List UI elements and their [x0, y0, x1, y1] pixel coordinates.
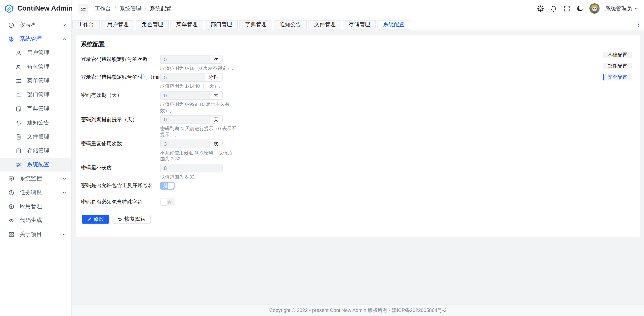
sidebar-item-user-management[interactable]: 用户管理 — [0, 46, 71, 60]
tab-more-button[interactable] — [636, 22, 641, 28]
copyright-text: Copyright © 2022 - present ContiNew Admi… — [269, 307, 447, 314]
anchor-security-config[interactable]: 安全配置 — [603, 74, 632, 80]
sidebar-item-system-management[interactable]: 系统管理 — [0, 32, 71, 46]
gear-icon — [537, 5, 544, 12]
sidebar-item-system-monitor[interactable]: 系统监控 — [0, 171, 71, 186]
field-label: 密码有效期（天） — [81, 91, 160, 115]
chevron-down-icon — [634, 6, 638, 10]
bell-icon — [550, 5, 557, 12]
sidebar-item-code-generator[interactable]: 代码生成 — [0, 213, 71, 228]
password-expiry-input[interactable]: 0 天 — [160, 91, 223, 100]
app-root: ContiNew Admin 仪表盘 系统管理 — [0, 0, 644, 316]
notifications-button[interactable] — [550, 5, 557, 12]
dictionary-icon — [16, 106, 22, 112]
chevron-down-icon — [62, 232, 67, 237]
sidebar-item-label: 系统配置 — [27, 161, 49, 168]
field-hint: 取值范围为 1-1440（一天）。 — [160, 83, 237, 89]
lock-count-input[interactable]: 5 次 — [160, 55, 223, 64]
file-icon — [16, 133, 22, 140]
tab-user-management[interactable]: 用户管理 — [101, 20, 134, 29]
chevron-down-icon — [62, 23, 67, 27]
breadcrumb-item[interactable]: 工作台 — [95, 5, 111, 12]
sidebar-item-dashboard[interactable]: 仪表盘 — [0, 18, 71, 32]
user-icon — [16, 50, 22, 56]
anchor-mail-config[interactable]: 邮件配置 — [603, 63, 632, 69]
dashboard-icon — [8, 22, 14, 28]
unit-suffix: 分钟 — [204, 73, 222, 81]
app-title: ContiNew Admin — [17, 5, 73, 13]
app-logo[interactable]: ContiNew Admin — [0, 0, 71, 17]
chevron-down-icon — [62, 176, 67, 181]
sidebar-item-department-management[interactable]: 部门管理 — [0, 88, 71, 102]
expiry-warning-input[interactable]: 0 天 — [160, 115, 223, 124]
breadcrumb-separator: / — [115, 5, 116, 11]
unit-suffix: 天 — [209, 92, 222, 99]
sidebar-item-file-management[interactable]: 文件管理 — [0, 130, 71, 144]
cube-icon — [8, 203, 14, 209]
password-reuse-input[interactable]: 3 次 — [160, 140, 223, 148]
anchor-basic-config[interactable]: 基础配置 — [603, 52, 632, 58]
field-label: 密码是否允许包含正反序账号名 — [81, 182, 160, 190]
user-name: 系统管理员 — [606, 5, 632, 12]
sliders-icon — [16, 161, 22, 167]
sidebar-item-label: 任务调度 — [20, 189, 42, 196]
sidebar-item-system-config[interactable]: 系统配置 — [0, 158, 71, 172]
sidebar-item-label: 文件管理 — [27, 133, 49, 140]
field-hint: 密码到期 N 天前进行提示（0 表示不提示）。 — [160, 126, 237, 138]
allow-account-name-switch[interactable]: 是 — [160, 182, 175, 190]
bell-icon — [16, 120, 22, 126]
monitor-icon — [8, 175, 14, 182]
dark-mode-button[interactable] — [576, 5, 584, 12]
require-special-char-switch[interactable]: 否 — [160, 198, 175, 206]
storage-icon — [16, 148, 22, 154]
user-group-icon — [16, 64, 22, 70]
sidebar-item-task-scheduler[interactable]: 任务调度 — [0, 186, 71, 200]
fullscreen-button[interactable] — [563, 5, 570, 12]
tab-dict-management[interactable]: 字典管理 — [239, 20, 272, 29]
tab-department-management[interactable]: 部门管理 — [205, 20, 238, 29]
form-row-allow-account-name: 密码是否允许包含正反序账号名 是 — [81, 182, 632, 190]
tab-file-management[interactable]: 文件管理 — [308, 20, 341, 29]
lock-time-input[interactable]: 5 分钟 — [160, 73, 223, 82]
menu-lines-icon — [16, 78, 22, 84]
min-length-input[interactable]: 8 — [160, 164, 223, 172]
tab-notice[interactable]: 通知公告 — [274, 20, 307, 29]
settings-button[interactable] — [537, 5, 544, 12]
form-row-min-length: 密码最小长度 8 取值范围为 8-32。 — [81, 164, 632, 182]
sidebar-item-storage-management[interactable]: 存储管理 — [0, 144, 71, 158]
moon-icon — [576, 5, 584, 12]
tab-workbench[interactable]: 工作台 — [72, 20, 100, 29]
sidebar-item-notice[interactable]: 通知公告 — [0, 116, 71, 130]
switch-knob — [161, 199, 167, 205]
unit-suffix: 次 — [209, 55, 222, 63]
breadcrumb-item[interactable]: 系统管理 — [120, 5, 141, 12]
header-actions: 系统管理员 — [537, 3, 638, 14]
config-anchor-menu: 基础配置 邮件配置 安全配置 — [603, 52, 632, 85]
save-button[interactable]: 修改 — [82, 215, 109, 224]
breadcrumb-current: 系统配置 — [150, 5, 171, 12]
sidebar-item-role-management[interactable]: 角色管理 — [0, 60, 71, 74]
unit-suffix: 天 — [209, 116, 222, 123]
unit-suffix: 次 — [209, 140, 222, 148]
tab-role-management[interactable]: 角色管理 — [136, 20, 169, 29]
sidebar-item-label: 系统管理 — [20, 35, 42, 42]
sidebar-item-dict-management[interactable]: 字典管理 — [0, 102, 71, 116]
collapse-sidebar-button[interactable] — [78, 4, 88, 13]
code-icon — [8, 217, 14, 223]
tab-storage-management[interactable]: 存储管理 — [343, 20, 376, 29]
logo-icon — [5, 4, 14, 13]
avatar[interactable] — [589, 3, 600, 14]
page-title: 系统配置 — [81, 41, 632, 49]
tab-menu-management[interactable]: 菜单管理 — [171, 20, 204, 29]
config-form: 登录密码错误锁定账号的次数 5 次 取值范围为 0-10（0 表示不锁定）。 登… — [81, 55, 632, 224]
sidebar-item-app-management[interactable]: 应用管理 — [0, 199, 71, 213]
user-menu[interactable]: 系统管理员 — [606, 5, 638, 12]
tab-system-config[interactable]: 系统配置 — [377, 20, 410, 29]
sidebar-item-menu-management[interactable]: 菜单管理 — [0, 74, 71, 88]
edit-pencil-icon — [87, 217, 92, 222]
sidebar-item-about-project[interactable]: 关于项目 — [0, 227, 71, 241]
restore-default-button[interactable]: 恢复默认 — [112, 215, 151, 224]
tree-list-icon — [16, 92, 22, 98]
sidebar-item-label: 通知公告 — [27, 119, 49, 126]
sidebar-item-label: 系统监控 — [20, 175, 42, 182]
